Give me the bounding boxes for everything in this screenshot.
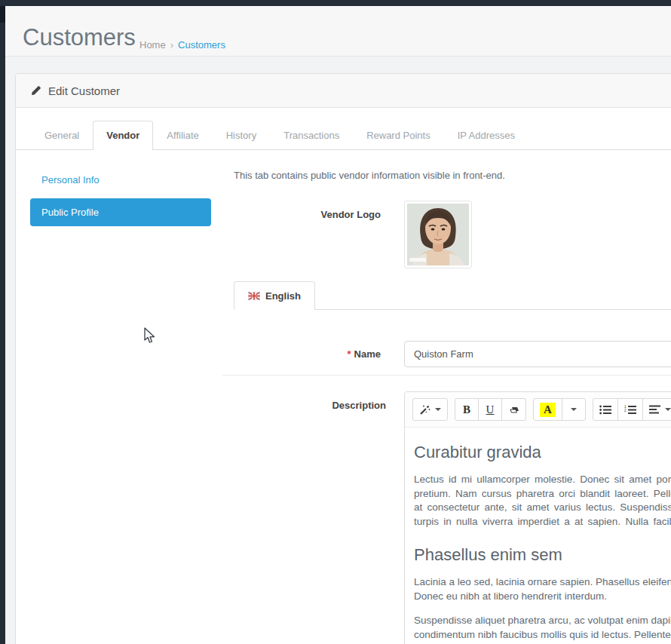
- clear-format-button[interactable]: [501, 398, 526, 421]
- text-line: Lacinia a leo sed, lacinia ornare sapien…: [414, 575, 671, 590]
- required-asterisk: *: [348, 348, 351, 360]
- breadcrumb-current[interactable]: Customers: [178, 39, 225, 51]
- page-header: Customers Home›Customers: [5, 6, 671, 57]
- text-line: Lectus id mi ullamcorper molestie. Donec…: [414, 473, 671, 487]
- editor-toolbar: B U A: [405, 392, 671, 428]
- bold-button[interactable]: B: [455, 398, 479, 421]
- bullet-list-icon: [599, 405, 611, 415]
- numbered-list-icon: 1 2: [624, 405, 636, 415]
- text-line: at consectetur ante, sit amet varius lec…: [414, 501, 671, 515]
- tab-transactions[interactable]: Transactions: [270, 121, 353, 150]
- uk-flag-icon: [248, 292, 260, 300]
- subnav-personal-info[interactable]: Personal Info: [30, 174, 111, 186]
- font-color-dropdown[interactable]: [562, 398, 586, 421]
- panel-heading: Edit Customer: [16, 74, 671, 108]
- vendor-logo-portrait: [407, 204, 469, 265]
- tab-history[interactable]: History: [213, 121, 270, 150]
- align-icon: [649, 405, 660, 414]
- name-label: *Name: [234, 348, 381, 360]
- tab-general[interactable]: General: [31, 121, 93, 150]
- style-group: [412, 398, 448, 421]
- ordered-list-button[interactable]: 1 2: [617, 398, 643, 421]
- font-style-group: B U: [455, 398, 526, 421]
- editor-heading-2: Phasellus enim sem: [414, 545, 671, 565]
- text-line: pretium. Nam cursus pharetra orci blandi…: [414, 487, 671, 501]
- vendor-logo-label: Vendor Logo: [234, 209, 381, 220]
- dropdown-caret-icon: [435, 408, 441, 411]
- eraser-icon: [508, 405, 519, 415]
- paragraph-align-button[interactable]: [642, 398, 671, 421]
- magic-wand-icon: [419, 404, 430, 416]
- color-group: A: [533, 398, 586, 421]
- svg-text:2: 2: [624, 409, 627, 412]
- description-editor: B U A: [404, 391, 671, 644]
- unordered-list-button[interactable]: [593, 398, 618, 421]
- font-color-button[interactable]: A: [533, 398, 562, 421]
- magic-style-button[interactable]: [412, 398, 448, 421]
- editor-content-area[interactable]: Curabitur gravida Lectus id mi ullamcorp…: [405, 428, 671, 644]
- tab-reward-points[interactable]: Reward Points: [353, 121, 444, 150]
- breadcrumb-home[interactable]: Home: [139, 39, 166, 51]
- text-line: turpis in nulla viverra imperdiet a at s…: [414, 515, 671, 529]
- page-title: Customers: [23, 24, 136, 51]
- breadcrumb-separator: ›: [170, 39, 173, 51]
- editor-paragraph-1: Lectus id mi ullamcorper molestie. Donec…: [414, 473, 671, 529]
- panel-heading-label: Edit Customer: [48, 84, 120, 97]
- form-divider: [222, 375, 671, 376]
- description-label: Description: [234, 400, 386, 411]
- language-tab-label: English: [265, 290, 301, 302]
- name-input[interactable]: [404, 341, 671, 367]
- tab-language-english[interactable]: English: [234, 281, 315, 310]
- top-navbar: [0, 0, 671, 6]
- tab-ip-addresses[interactable]: IP Addresses: [444, 121, 529, 150]
- vendor-logo-thumbnail[interactable]: [404, 201, 472, 268]
- tab-affiliate[interactable]: Affiliate: [153, 121, 212, 150]
- editor-paragraph-2: Lacinia a leo sed, lacinia ornare sapien…: [414, 575, 671, 603]
- text-line: Donec eu nibh at libero hendrerit interd…: [414, 590, 671, 604]
- dropdown-caret-icon: [571, 408, 577, 411]
- editor-paragraph-3: Suspendisse aliquet pharetra arcu, ac vo…: [414, 614, 671, 642]
- breadcrumb: Home›Customers: [139, 39, 225, 51]
- customer-tabs: General Vendor Affiliate History Transac…: [16, 121, 671, 150]
- text-line: Suspendisse aliquet pharetra arcu, ac vo…: [414, 614, 671, 628]
- tab-vendor[interactable]: Vendor: [93, 121, 153, 150]
- editor-heading-1: Curabitur gravida: [414, 443, 671, 462]
- subnav-public-profile[interactable]: Public Profile: [30, 198, 211, 226]
- vendor-tab-info-text: This tab contains public vendor informat…: [234, 170, 505, 181]
- underline-button[interactable]: U: [478, 398, 502, 421]
- collapsed-sidebar[interactable]: [0, 6, 5, 644]
- text-line: condimentum nibh faucibus mollis quis id…: [414, 628, 671, 642]
- paragraph-group: 1 2: [593, 398, 671, 421]
- pencil-icon: [31, 85, 41, 96]
- collapsed-sidebar-top: [0, 6, 5, 23]
- highlighted-letter: A: [540, 403, 556, 417]
- dropdown-caret-icon: [665, 408, 671, 411]
